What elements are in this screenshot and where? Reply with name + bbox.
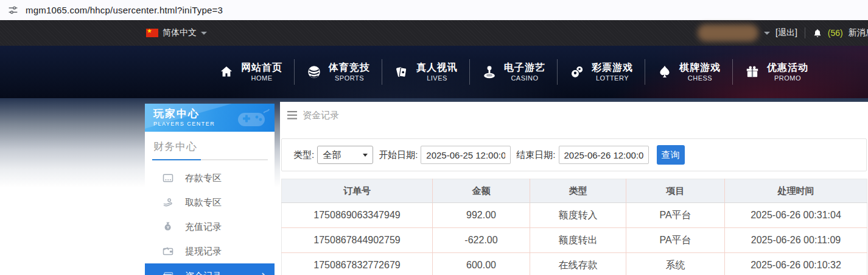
language-selector[interactable]: ★ 简体中文 (146, 20, 207, 46)
user-menu-chevron-icon[interactable] (764, 32, 770, 35)
message-label[interactable]: 新消息 (849, 27, 868, 38)
wallet-icon (162, 245, 174, 257)
nav-label-zh: 体育竞技 (329, 62, 370, 73)
start-date-label: 开始日期: (379, 149, 418, 161)
breadcrumb: 资金记录 (280, 102, 868, 129)
sidebar-item-withdraw[interactable]: 取款专区 (145, 190, 275, 215)
site-settings-icon[interactable] (6, 4, 19, 17)
cell-order-no: 1750867832772679 (282, 253, 433, 275)
type-label: 类型: (293, 149, 314, 161)
sidebar-header-players-center: 玩家中心 PLAYERS CENTER (145, 104, 275, 132)
sidebar-item-label: 提现记录 (185, 246, 222, 257)
nav-label-en: LOTTERY (592, 74, 633, 82)
lottery-balls-icon (569, 64, 585, 80)
nav-item-chess[interactable]: 棋牌游戏CHESS (645, 62, 732, 82)
breadcrumb-title: 资金记录 (303, 110, 339, 121)
nav-label-en: PROMO (767, 74, 808, 82)
nav-label-zh: 真人视讯 (416, 62, 458, 73)
logout-link[interactable]: [退出] (775, 27, 797, 38)
message-count[interactable]: (56) (828, 28, 843, 38)
nav-label-zh: 优惠活动 (767, 62, 808, 73)
sidebar-item-deposit[interactable]: 存款专区 (145, 166, 275, 190)
money-bag-icon (162, 221, 174, 233)
nav-label-en: LIVES (416, 74, 458, 82)
nav-item-home[interactable]: 网站首页HOME (207, 62, 294, 82)
china-flag-icon: ★ (146, 29, 158, 37)
spade-icon (657, 64, 673, 80)
nav-label-zh: 彩票游戏 (592, 62, 633, 73)
header-time: 处理时间 (725, 179, 867, 203)
sidebar-item-label: 存款专区 (185, 173, 222, 184)
playing-cards-icon (394, 64, 410, 80)
cell-item: 系统 (626, 253, 725, 275)
sidebar-item-recharge-records[interactable]: 充值记录 (145, 215, 275, 239)
filter-panel: 类型: 全部 开始日期: 结束日期: 查询 (281, 138, 867, 171)
table-row: 1750867832772679 600.00 在线存款 系统 2025-06-… (282, 253, 867, 275)
username-blurred (698, 24, 758, 41)
hand-coin-icon (162, 196, 174, 209)
sidebar-item-label: 充值记录 (185, 221, 222, 233)
hamburger-icon (287, 111, 297, 120)
cell-amount: -622.00 (433, 228, 530, 253)
account-bar: ★ 简体中文 [退出] (56) 新消息 (0, 20, 868, 46)
nav-label-en: CASINO (504, 74, 545, 82)
deposit-card-icon (162, 172, 174, 184)
sidebar-section-title: 财务中心 (153, 140, 275, 154)
address-url[interactable]: mgm1065.com/hhcp/usercenter.html?iniType… (26, 5, 223, 15)
start-date-input[interactable] (421, 146, 511, 164)
select-caret-icon (363, 154, 368, 157)
sidebar-item-label: 取款专区 (185, 197, 222, 209)
end-date-input[interactable] (559, 146, 649, 164)
chevron-right-icon (261, 272, 267, 275)
nav-label-zh: 电子游艺 (504, 62, 545, 73)
sidebar-item-withdrawal-records[interactable]: 提现记录 (145, 239, 275, 263)
cell-item: PA平台 (626, 228, 725, 253)
nav-label-en: SPORTS (329, 74, 370, 82)
banknotes-icon (162, 270, 174, 275)
account-right-group: [退出] (56) 新消息 (698, 20, 868, 46)
header-item: 项目 (626, 179, 725, 203)
funds-records-table: 订单号 金额 类型 项目 处理时间 1750869063347949 992.0… (281, 179, 867, 275)
nav-label-en: CHESS (679, 74, 721, 82)
cell-amount: 600.00 (433, 253, 530, 275)
cell-order-no: 1750867844902759 (282, 228, 433, 253)
section-underline (152, 159, 268, 160)
table-row: 1750867844902759 -622.00 额度转出 PA平台 2025-… (282, 228, 867, 253)
cell-type: 在线存款 (530, 253, 626, 275)
header-order-no: 订单号 (282, 179, 433, 203)
sidebar-item-label: 资金记录 (185, 271, 222, 275)
nav-item-promo[interactable]: 优惠活动PROMO (733, 62, 820, 82)
cell-time: 2025-06-26 00:10:32 (725, 253, 867, 275)
joystick-icon (481, 64, 497, 80)
nav-item-casino[interactable]: 电子游艺CASINO (470, 62, 557, 82)
header-amount: 金额 (433, 179, 530, 203)
nav-item-lottery[interactable]: 彩票游戏LOTTERY (558, 62, 645, 82)
language-label: 简体中文 (163, 27, 197, 38)
bell-icon[interactable] (813, 28, 822, 38)
type-select[interactable]: 全部 (317, 146, 373, 164)
cell-amount: 992.00 (433, 203, 530, 228)
nav-item-lives[interactable]: 真人视讯LIVES (382, 62, 469, 82)
table-header-row: 订单号 金额 类型 项目 处理时间 (282, 179, 867, 203)
home-icon (219, 64, 234, 80)
sidebar-item-funds-records[interactable]: 资金记录 (145, 263, 275, 275)
divider (805, 27, 805, 38)
cell-item: PA平台 (626, 203, 725, 228)
chevron-down-icon (201, 32, 207, 35)
search-button[interactable]: 查询 (657, 145, 685, 165)
end-date-label: 结束日期: (516, 149, 555, 161)
main-navigation: 网站首页HOME 体育竞技SPORTS 真人视讯LIVES 电子游艺CASINO (0, 46, 868, 98)
sidebar: 财务中心 存款专区 取款专区 充值记录 提现记录 (145, 132, 275, 275)
sidebar-subtitle: PLAYERS CENTER (153, 121, 275, 127)
sports-ball-icon (306, 64, 322, 80)
cell-time: 2025-06-26 00:11:09 (725, 228, 867, 253)
browser-url-bar: mgm1065.com/hhcp/usercenter.html?iniType… (0, 0, 868, 20)
table-row: 1750869063347949 992.00 额度转入 PA平台 2025-0… (282, 203, 867, 228)
gift-icon (744, 64, 760, 80)
nav-label-zh: 棋牌游戏 (679, 62, 721, 73)
cell-time: 2025-06-26 00:31:04 (725, 203, 867, 228)
header-type: 类型 (530, 179, 626, 203)
nav-item-sports[interactable]: 体育竞技SPORTS (295, 62, 382, 82)
main-content: 资金记录 类型: 全部 开始日期: 结束日期: 查询 订单号 金额 类型 项目 … (280, 102, 868, 275)
sidebar-title: 玩家中心 (153, 107, 275, 121)
